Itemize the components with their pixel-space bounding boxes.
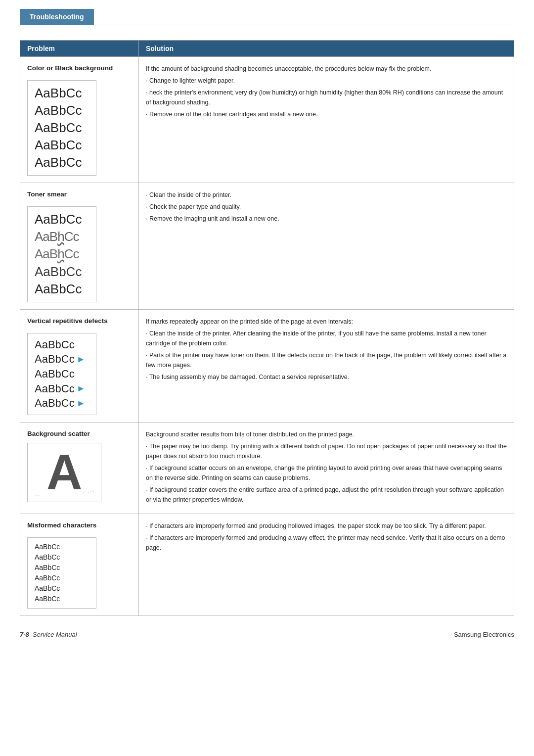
solution-text-vertical-rep: If marks repeatedly appear on the printe… [146,317,507,382]
solution-text-color-black: If the amount of background shading beco… [146,64,507,119]
problem-cell-color-black: Color or Black background AaBbCc AaBbCc … [20,57,139,183]
solution-text-misformed: · If characters are improperly formed an… [146,521,507,553]
table-row: Background scatter A ∴·· ··· Background … [20,423,514,514]
table-row: Toner smear AaBbCc AaBhCc AaBhCc AaBbCc … [20,183,514,309]
problem-cell-vertical-rep: Vertical repetitive defects AaBbCc AaBbC… [20,309,139,422]
footer-page: 7-8 Service Manual [20,631,77,638]
header-title: Troubleshooting [30,13,84,21]
solution-cell-bg-scatter: Background scatter results from bits of … [139,423,514,514]
header-line [20,25,514,25]
table-row: Color or Black background AaBbCc AaBbCc … [20,57,514,183]
col-header-solution: Solution [139,41,514,57]
main-content: Problem Solution Color or Black backgrou… [20,40,514,616]
col-header-problem: Problem [20,41,139,57]
problem-title-misformed: Misformed characters [27,521,132,530]
table-row: Vertical repetitive defects AaBbCc AaBbC… [20,309,514,422]
solution-cell-color-black: If the amount of background shading beco… [139,57,514,183]
sample-box-vertical-rep: AaBbCc AaBbCc► AaBbCc AaBbCc► AaBbCc► [27,333,96,415]
solution-cell-toner-smear: · Clean the inside of the printer. · Che… [139,183,514,309]
footer: 7-8 Service Manual Samsung Electronics [20,631,514,638]
solution-cell-misformed: · If characters are improperly formed an… [139,514,514,616]
page-number: 7-8 [20,631,29,638]
problem-cell-toner-smear: Toner smear AaBbCc AaBhCc AaBhCc AaBbCc … [20,183,139,309]
footer-manual: Service Manual [33,631,77,638]
problem-cell-misformed: Misformed characters AaBbCc AaBbCc AaBbC… [20,514,139,616]
problem-title-vertical-rep: Vertical repetitive defects [27,317,132,326]
problem-title-toner-smear: Toner smear [27,190,132,199]
problem-title-color-black: Color or Black background [27,64,132,73]
solution-cell-vertical-rep: If marks repeatedly appear on the printe… [139,309,514,422]
problem-cell-bg-scatter: Background scatter A ∴·· ··· [20,423,139,514]
solution-text-bg-scatter: Background scatter results from bits of … [146,429,507,505]
table-row: Misformed characters AaBbCc AaBbCc AaBbC… [20,514,514,616]
solution-text-toner-smear: · Clean the inside of the printer. · Che… [146,190,507,224]
troubleshooting-table: Problem Solution Color or Black backgrou… [20,40,514,616]
sample-box-toner-smear: AaBbCc AaBhCc AaBhCc AaBbCc AaBbCc [27,206,96,302]
header-bar: Troubleshooting [20,9,94,25]
problem-title-bg-scatter: Background scatter [27,429,132,439]
sample-box-misformed: AaBbCc AaBbCc AaBbCc AaBbCc AaBbCc AaBbC… [27,537,96,609]
sample-box-bg-scatter: A ∴·· ··· [27,443,101,502]
footer-company: Samsung Electronics [454,631,514,638]
sample-box-color-black: AaBbCc AaBbCc AaBbCc AaBbCc AaBbCc [27,80,96,176]
